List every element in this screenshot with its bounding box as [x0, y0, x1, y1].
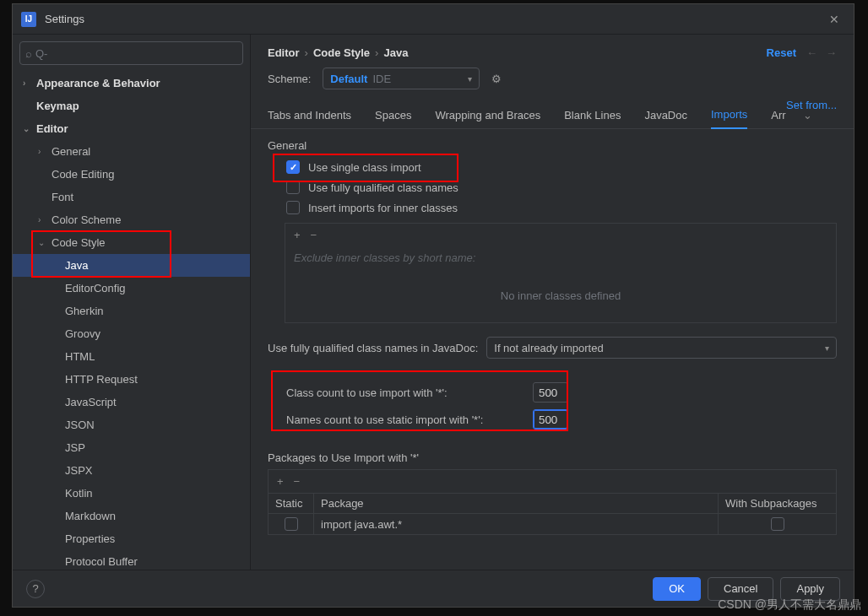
search-input[interactable]: ⌕ Q-	[19, 41, 243, 65]
tree-keymap[interactable]: Keymap	[13, 95, 250, 117]
tree-java[interactable]: Java	[13, 254, 250, 277]
close-icon[interactable]: ✕	[823, 8, 845, 30]
tab-imports[interactable]: Imports	[711, 108, 747, 129]
checkbox-icon: ✓	[286, 160, 300, 174]
check-insert-inner[interactable]: Insert imports for inner classes	[268, 197, 837, 218]
tree-font[interactable]: Font	[13, 186, 250, 208]
remove-icon[interactable]: −	[294, 475, 301, 488]
section-general: General	[268, 139, 837, 152]
tree-protocol-buffer[interactable]: Protocol Buffer	[13, 550, 250, 570]
tree-kotlin[interactable]: Kotlin	[13, 482, 250, 505]
footer: ? OK Cancel Apply	[13, 570, 854, 607]
tree-json[interactable]: JSON	[13, 413, 250, 436]
tree-html[interactable]: HTML	[13, 345, 250, 368]
window-title: Settings	[45, 13, 815, 25]
exclude-hint: Exclude inner classes by short name:	[285, 246, 836, 269]
tabs: Tabs and Indents Spaces Wrapping and Bra…	[251, 93, 854, 129]
settings-tree: ›Appearance & Behavior Keymap ⌄Editor ›G…	[13, 68, 250, 570]
ok-button[interactable]: OK	[653, 577, 701, 601]
scheme-select[interactable]: Default IDE ▾	[323, 68, 480, 89]
gear-icon[interactable]: ⚙	[491, 73, 502, 85]
checkbox-icon	[286, 181, 300, 194]
tree-groovy[interactable]: Groovy	[13, 322, 250, 345]
tree-http-request[interactable]: HTTP Request	[13, 368, 250, 391]
set-from-link[interactable]: Set from...	[786, 99, 837, 111]
tree-jspx[interactable]: JSPX	[13, 459, 250, 482]
main-panel: Editor›Code Style›Java Reset ← → Scheme:…	[251, 35, 854, 570]
tree-jsp[interactable]: JSP	[13, 436, 250, 459]
names-count-input[interactable]	[533, 409, 568, 430]
chevron-down-icon: ▾	[825, 343, 829, 353]
tab-blank-lines[interactable]: Blank Lines	[564, 109, 621, 128]
tree-markdown[interactable]: Markdown	[13, 505, 250, 527]
forward-icon[interactable]: →	[826, 46, 837, 59]
exclude-empty: No inner classes defined	[285, 269, 836, 322]
app-icon: IJ	[21, 12, 36, 27]
names-count-label: Names count to use static import with '*…	[286, 413, 526, 426]
apply-button[interactable]: Apply	[780, 577, 840, 601]
javadoc-fq-select[interactable]: If not already imported ▾	[486, 337, 837, 359]
reset-link[interactable]: Reset	[767, 46, 796, 59]
titlebar: IJ Settings ✕	[13, 4, 854, 35]
tab-arrangement[interactable]: Arr	[771, 109, 785, 128]
settings-dialog: IJ Settings ✕ ⌕ Q- ›Appearance & Behavio…	[12, 3, 854, 608]
tab-spaces[interactable]: Spaces	[375, 109, 411, 128]
packages-table: Static Package With Subpackages import j…	[268, 493, 837, 535]
tree-color-scheme[interactable]: ›Color Scheme	[13, 208, 250, 231]
col-static: Static	[269, 494, 314, 514]
cancel-button[interactable]: Cancel	[708, 577, 773, 601]
class-count-input[interactable]	[533, 382, 568, 403]
scheme-label: Scheme:	[268, 73, 311, 85]
tree-javascript[interactable]: JavaScript	[13, 391, 250, 413]
tree-editorconfig[interactable]: EditorConfig	[13, 277, 250, 300]
tree-properties[interactable]: Properties	[13, 527, 250, 550]
class-count-label: Class count to use import with '*':	[286, 386, 526, 399]
tree-editor[interactable]: ⌄Editor	[13, 117, 250, 140]
checkbox-icon[interactable]	[285, 517, 298, 531]
chevron-down-icon: ▾	[468, 74, 472, 84]
tab-tabs-indents[interactable]: Tabs and Indents	[268, 109, 351, 128]
exclude-list: + − Exclude inner classes by short name:…	[285, 223, 837, 323]
table-row[interactable]: import java.awt.*	[269, 514, 837, 535]
javadoc-fq-label: Use fully qualified class names in JavaD…	[268, 342, 478, 354]
remove-icon[interactable]: −	[311, 229, 317, 241]
check-use-single[interactable]: ✓ Use single class import	[268, 157, 421, 177]
back-icon[interactable]: ←	[806, 46, 817, 59]
breadcrumb: Editor›Code Style›Java	[268, 46, 408, 59]
add-icon[interactable]: +	[294, 229, 301, 241]
tree-code-editing[interactable]: Code Editing	[13, 163, 250, 186]
tree-appearance[interactable]: ›Appearance & Behavior	[13, 72, 250, 95]
tree-gherkin[interactable]: Gherkin	[13, 300, 250, 322]
tree-code-style[interactable]: ⌄Code Style	[13, 231, 250, 254]
add-icon[interactable]: +	[277, 475, 284, 488]
tab-javadoc[interactable]: JavaDoc	[644, 109, 687, 128]
search-icon: ⌕	[25, 47, 32, 60]
section-packages: Packages to Use Import with '*'	[268, 451, 837, 464]
col-subs: With Subpackages	[719, 494, 837, 514]
checkbox-icon[interactable]	[771, 517, 784, 531]
sidebar: ⌕ Q- ›Appearance & Behavior Keymap ⌄Edit…	[13, 35, 251, 570]
col-package: Package	[314, 494, 719, 514]
tree-general[interactable]: ›General	[13, 140, 250, 163]
tab-wrapping[interactable]: Wrapping and Braces	[435, 109, 540, 128]
checkbox-icon	[286, 201, 300, 214]
check-use-fq[interactable]: Use fully qualified class names	[268, 177, 837, 197]
help-icon[interactable]: ?	[26, 580, 45, 598]
nav-arrows: ← →	[806, 46, 837, 59]
